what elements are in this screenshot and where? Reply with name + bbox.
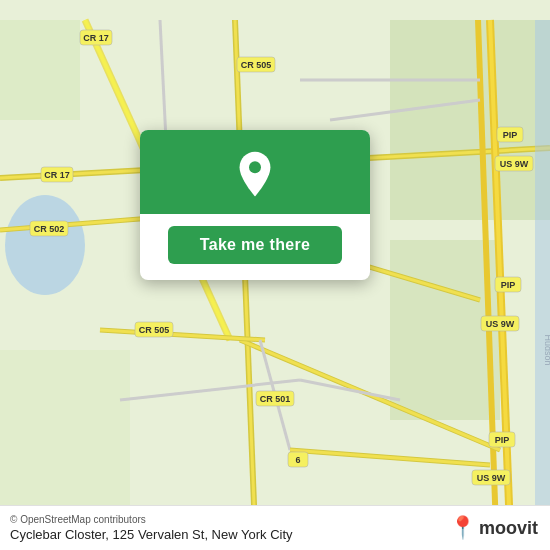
osm-attribution: © OpenStreetMap contributors [10,514,293,525]
svg-rect-3 [0,20,80,120]
moovit-logo: 📍 moovit [449,515,538,541]
svg-text:PIP: PIP [503,130,518,140]
svg-text:CR 505: CR 505 [139,325,170,335]
svg-rect-0 [390,20,550,220]
svg-text:PIP: PIP [495,435,510,445]
map-container: CR 17 CR 505 CR 17 CR 502 US 9W PIP 501 … [0,0,550,550]
svg-line-29 [290,450,490,465]
svg-text:CR 17: CR 17 [44,170,70,180]
svg-rect-4 [0,350,130,530]
take-me-there-button[interactable]: Take me there [168,226,342,264]
location-name: Cyclebar Closter, 125 Vervalen St, New Y… [10,527,293,542]
svg-rect-59 [535,20,550,530]
svg-text:PIP: PIP [501,280,516,290]
location-pin-icon [231,150,279,198]
popup-header [140,130,370,214]
popup-card: Take me there [140,130,370,280]
moovit-pin-icon: 📍 [449,515,476,541]
bottom-left: © OpenStreetMap contributors Cyclebar Cl… [10,514,293,542]
moovit-brand-text: moovit [479,518,538,539]
svg-text:CR 501: CR 501 [260,394,291,404]
bottom-bar: © OpenStreetMap contributors Cyclebar Cl… [0,505,550,550]
svg-text:US 9W: US 9W [486,319,515,329]
svg-point-2 [5,195,85,295]
svg-text:CR 505: CR 505 [241,60,272,70]
svg-text:US 9W: US 9W [500,159,529,169]
svg-text:CR 502: CR 502 [34,224,65,234]
svg-line-26 [300,380,400,400]
svg-line-21 [100,330,265,340]
svg-text:US 9W: US 9W [477,473,506,483]
svg-point-60 [249,161,261,173]
svg-text:CR 17: CR 17 [83,33,109,43]
svg-text:6: 6 [295,455,300,465]
